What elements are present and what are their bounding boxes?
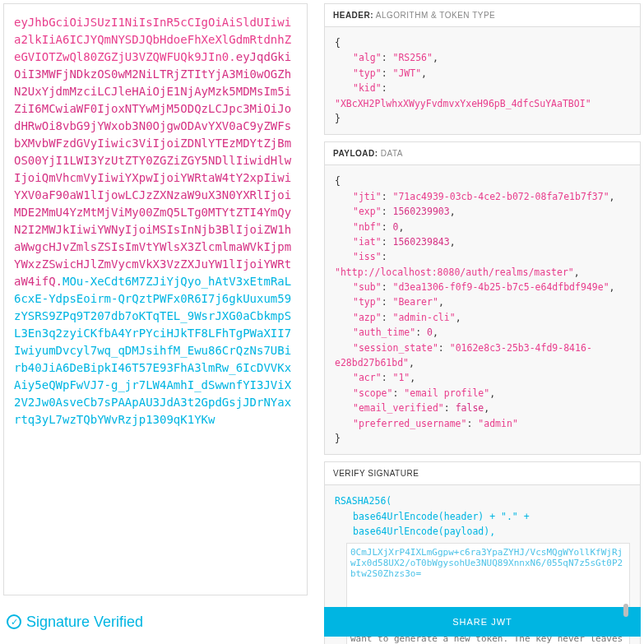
signature-status-text: Signature Verified bbox=[26, 614, 143, 631]
encoded-token[interactable]: eyJhbGciOiJSUzI1NiIsInR5cCIgOiAiSldUIiwi… bbox=[14, 14, 297, 429]
header-json[interactable]: {"alg": "RS256","typ": "JWT","kid": "XBc… bbox=[325, 27, 640, 134]
verify-algo-open: RSASHA256( bbox=[335, 493, 630, 508]
decoded-panel: HEADER: ALGORITHM & TOKEN TYPE {"alg": "… bbox=[324, 3, 641, 595]
verify-line-2: base64UrlEncode(payload), bbox=[353, 526, 495, 537]
header-section: HEADER: ALGORITHM & TOKEN TYPE {"alg": "… bbox=[324, 3, 641, 135]
scrollbar-thumb[interactable] bbox=[623, 604, 628, 617]
token-payload-segment: eyJqdGkiOiI3MWFjNDkzOS0wM2NiLTRjZTItYjA3… bbox=[14, 50, 291, 288]
token-signature-segment: MOu-XeCdt6M7ZJiYjQyo_hAtV3xEtmRaL6cxE-Yd… bbox=[14, 275, 291, 426]
signature-status: ✓ Signature Verified bbox=[3, 607, 308, 637]
payload-section-title: PAYLOAD: DATA bbox=[325, 142, 640, 165]
verify-line-1: base64UrlEncode(header) + "." + bbox=[353, 511, 530, 522]
header-section-title: HEADER: ALGORITHM & TOKEN TYPE bbox=[325, 4, 640, 27]
share-jwt-button[interactable]: SHARE JWT bbox=[324, 607, 641, 637]
payload-json[interactable]: {"jti": "71ac4939-03cb-4ce2-b072-08fa7e1… bbox=[325, 165, 640, 454]
public-key-textarea[interactable] bbox=[346, 543, 630, 614]
payload-section: PAYLOAD: DATA {"jti": "71ac4939-03cb-4ce… bbox=[324, 141, 641, 455]
verify-signature-title: VERIFY SIGNATURE bbox=[325, 462, 640, 485]
check-icon: ✓ bbox=[7, 614, 21, 629]
encoded-token-panel[interactable]: eyJhbGciOiJSUzI1NiIsInR5cCIgOiAiSldUIiwi… bbox=[3, 3, 308, 595]
